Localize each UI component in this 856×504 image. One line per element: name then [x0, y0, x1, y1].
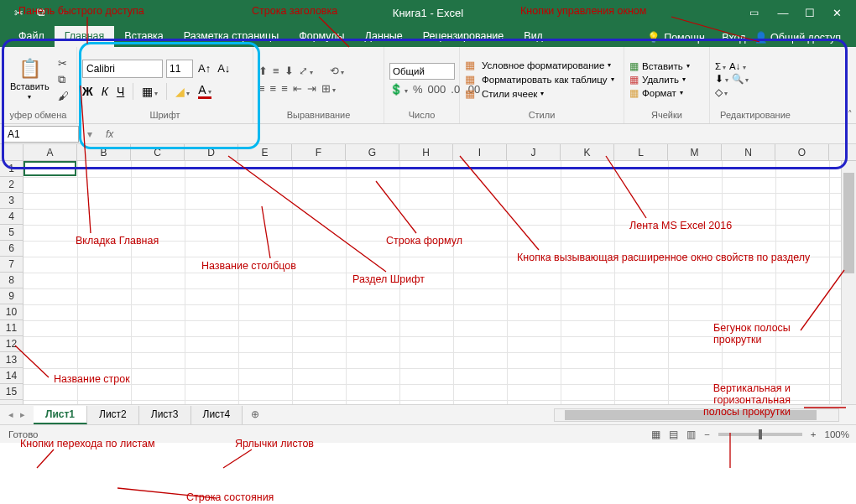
bold-button[interactable]: Ж: [82, 85, 93, 98]
col-header[interactable]: L: [614, 144, 668, 160]
row-header[interactable]: 8: [0, 273, 23, 288]
font-color-button[interactable]: A: [198, 83, 211, 99]
zoom-in-icon[interactable]: +: [811, 429, 817, 439]
col-header[interactable]: O: [775, 144, 829, 160]
sheet-tab[interactable]: Лист4: [191, 406, 243, 424]
format-as-table-button[interactable]: ▦Форматировать как таблицу▾: [465, 73, 614, 86]
add-sheet-button[interactable]: ⊕: [243, 406, 268, 424]
row-header[interactable]: 12: [0, 336, 23, 352]
copy-button[interactable]: ⧉: [58, 73, 69, 86]
tab-page-layout[interactable]: Разметка страницы: [174, 26, 289, 47]
zoom-level[interactable]: 100%: [825, 429, 849, 439]
number-format-select[interactable]: [389, 63, 455, 80]
increase-font-icon[interactable]: A↑: [196, 62, 212, 75]
row-header[interactable]: 7: [0, 257, 23, 273]
row-header[interactable]: 5: [0, 225, 23, 241]
tab-view[interactable]: Вид: [514, 26, 553, 47]
font-name-input[interactable]: [82, 60, 163, 78]
cut-icon[interactable]: ✂: [12, 6, 25, 19]
conditional-formatting-button[interactable]: ▦Условное форматирование▾: [465, 59, 614, 71]
tell-me[interactable]: 💡 Помощн...: [647, 31, 713, 44]
sheet-nav-buttons[interactable]: ◂▸: [0, 409, 34, 420]
row-header[interactable]: 9: [0, 288, 23, 304]
fill-color-button[interactable]: ◢: [175, 85, 190, 98]
name-box-dropdown-icon[interactable]: ▾: [87, 128, 92, 140]
ribbon-display-options-icon[interactable]: ▭: [749, 7, 759, 18]
row-header[interactable]: 10: [0, 304, 23, 320]
increase-indent-icon[interactable]: ⇥: [307, 82, 316, 95]
col-header[interactable]: D: [185, 144, 238, 160]
page-break-view-icon[interactable]: ▥: [686, 429, 696, 440]
zoom-out-icon[interactable]: −: [704, 429, 710, 439]
font-size-input[interactable]: [166, 60, 193, 78]
decrease-font-icon[interactable]: A↓: [216, 62, 232, 75]
align-top-icon[interactable]: ⬆: [258, 65, 268, 77]
share-button[interactable]: 👤 Общий доступ: [754, 31, 841, 44]
italic-button[interactable]: К: [102, 85, 108, 98]
sheet-tab[interactable]: Лист1: [34, 406, 87, 424]
sign-in[interactable]: Вход: [722, 32, 745, 44]
orientation-icon[interactable]: ⤢: [299, 65, 313, 77]
page-layout-view-icon[interactable]: ▤: [669, 429, 678, 440]
fx-icon[interactable]: fx: [101, 128, 113, 140]
tab-data[interactable]: Данные: [355, 26, 413, 47]
underline-button[interactable]: Ч: [117, 85, 124, 98]
tab-insert[interactable]: Вставка: [114, 26, 173, 47]
borders-button[interactable]: ▦: [142, 85, 158, 98]
col-header[interactable]: N: [722, 144, 775, 160]
decrease-indent-icon[interactable]: ⇤: [293, 82, 302, 95]
clear-button[interactable]: ◇: [715, 86, 728, 98]
normal-view-icon[interactable]: ▦: [651, 429, 660, 440]
row-header[interactable]: 15: [0, 384, 23, 400]
col-header[interactable]: G: [346, 144, 399, 160]
find-select-button[interactable]: 🔍: [732, 73, 749, 85]
format-cells-button[interactable]: ▦Формат▾: [629, 87, 690, 99]
col-header[interactable]: A: [23, 144, 77, 160]
horizontal-scrollbar[interactable]: [554, 408, 839, 422]
maximize-button[interactable]: ☐: [802, 5, 817, 20]
col-header[interactable]: M: [668, 144, 722, 160]
row-header[interactable]: 14: [0, 368, 23, 384]
horizontal-scroll-thumb[interactable]: [565, 410, 817, 420]
tab-file[interactable]: Файл: [8, 26, 55, 47]
col-header[interactable]: B: [77, 144, 131, 160]
cells-area[interactable]: [23, 161, 841, 404]
zoom-slider[interactable]: [718, 433, 802, 436]
row-header[interactable]: 11: [0, 320, 23, 336]
collapse-ribbon-icon[interactable]: ˄: [848, 109, 853, 120]
row-header[interactable]: 3: [0, 193, 23, 209]
comma-format-icon[interactable]: 000: [428, 83, 446, 96]
tab-home[interactable]: Главная: [55, 26, 115, 47]
col-header[interactable]: K: [561, 144, 614, 160]
sheet-tab[interactable]: Лист2: [87, 406, 139, 424]
col-header[interactable]: E: [238, 144, 292, 160]
format-painter-button[interactable]: 🖌: [58, 90, 69, 102]
vertical-scroll-thumb[interactable]: [843, 173, 854, 273]
cell-styles-button[interactable]: ▦Стили ячеек▾: [465, 87, 614, 100]
sort-filter-button[interactable]: A↓: [729, 61, 745, 71]
row-header[interactable]: 2: [0, 177, 23, 193]
paste-button[interactable]: 📋 Вставить ▾: [5, 56, 55, 102]
quick-print-icon[interactable]: ⧉: [34, 6, 47, 19]
selected-cell[interactable]: [23, 161, 76, 176]
align-bottom-icon[interactable]: ⬇: [284, 65, 294, 77]
cut-button[interactable]: ✂: [58, 57, 69, 70]
col-header[interactable]: F: [292, 144, 346, 160]
autosum-button[interactable]: Σ: [715, 61, 726, 71]
delete-cells-button[interactable]: ▦Удалить▾: [629, 74, 690, 86]
name-box[interactable]: [3, 126, 79, 143]
row-header[interactable]: 13: [0, 352, 23, 368]
col-header[interactable]: C: [131, 144, 185, 160]
close-button[interactable]: ✕: [829, 5, 844, 20]
minimize-button[interactable]: —: [775, 5, 791, 20]
accounting-format-icon[interactable]: 💲: [389, 83, 408, 96]
tab-formulas[interactable]: Формулы: [289, 26, 354, 47]
qat-customize-icon[interactable]: [55, 6, 69, 19]
increase-decimal-icon[interactable]: .0: [451, 83, 460, 96]
col-header[interactable]: J: [507, 144, 561, 160]
tab-review[interactable]: Рецензирование: [413, 26, 514, 47]
align-center-icon[interactable]: ≡: [270, 82, 277, 95]
align-right-icon[interactable]: ≡: [281, 82, 288, 95]
col-header[interactable]: H: [399, 144, 453, 160]
row-header[interactable]: 6: [0, 241, 23, 257]
